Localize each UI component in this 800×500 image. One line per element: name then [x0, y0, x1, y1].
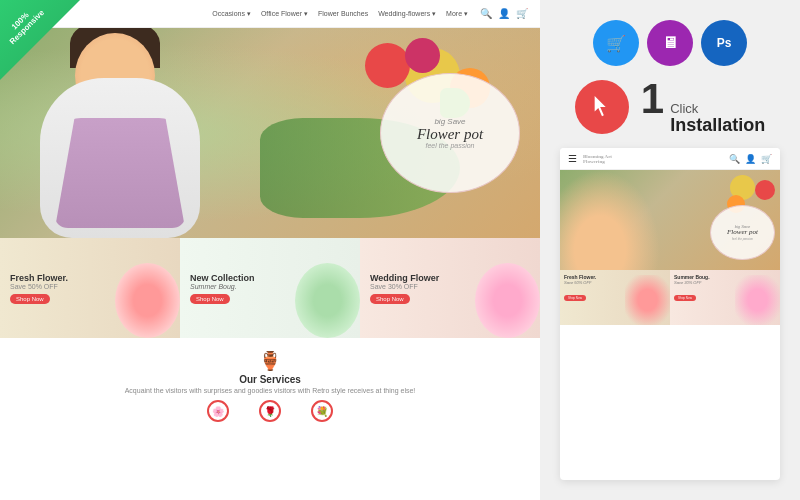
product-flower-2 — [290, 248, 360, 338]
click-installation: 1 Click Installation — [575, 78, 765, 136]
website-preview-panel: 100% Responsive Blooming Art Flowering O… — [0, 0, 540, 500]
services-section: 🏺 Our Services Acquaint the visitors wit… — [0, 338, 540, 418]
flower-blob-3 — [475, 263, 540, 338]
hero-text-box: big Save Flower pot feel the passion — [380, 73, 520, 193]
services-desc: Acquaint the visitors with surprises and… — [20, 387, 520, 394]
mobile-product-tag-2: Save 30% OFF — [674, 280, 710, 285]
site-nav: Blooming Art Flowering Occasions ▾ Offic… — [0, 0, 540, 28]
product-card-3: Wedding Flower Save 30% OFF Shop Now — [360, 238, 540, 338]
service-icon-1: 🌸 — [207, 400, 229, 422]
mobile-product-text-1: Fresh Flower. Save 50% OFF Shop Now — [564, 274, 596, 303]
mobile-logo: Blooming Art Flowering — [583, 154, 612, 164]
mobile-products: Fresh Flower. Save 50% OFF Shop Now Summ… — [560, 270, 780, 325]
hero-main-text: Flower pot — [417, 126, 483, 143]
search-icon[interactable]: 🔍 — [480, 8, 492, 19]
product-flower-3 — [470, 248, 540, 338]
mobile-nav: ☰ Blooming Art Flowering 🔍 👤 🛒 — [560, 148, 780, 170]
nav-links: Occasions ▾ Office Flower ▾ Flower Bunch… — [212, 10, 468, 18]
cart-icon[interactable]: 🛒 — [516, 8, 528, 19]
mobile-cart-icon[interactable]: 🛒 — [761, 154, 772, 164]
mobile-logo-brand: Blooming Art — [583, 154, 612, 159]
product-row: Fresh Flower. Save 50% OFF Shop Now New … — [0, 238, 540, 338]
nav-item-bunches[interactable]: Flower Bunches — [318, 10, 368, 18]
person-apron — [55, 118, 185, 228]
services-main-icon: 🏺 — [20, 350, 520, 372]
flower-red — [365, 43, 410, 88]
nav-item-wedding[interactable]: Wedding-flowers ▾ — [378, 10, 436, 18]
click-label: Click Installation — [670, 102, 765, 136]
click-word: Click — [670, 102, 765, 116]
mobile-product-img-1 — [625, 275, 670, 325]
nav-icons: 🔍 👤 🛒 — [480, 8, 528, 19]
mobile-shop-btn-1[interactable]: Shop Now — [564, 295, 586, 301]
hero-save-text: big Save — [434, 117, 465, 126]
shop-now-btn-2[interactable]: Shop Now — [190, 294, 230, 304]
mobile-hero-feel: feel the passion — [732, 237, 753, 241]
mobile-preview: ☰ Blooming Art Flowering 🔍 👤 🛒 big Save … — [560, 148, 780, 480]
mobile-search-icon[interactable]: 🔍 — [729, 154, 740, 164]
mobile-product-2: Summer Boug. Save 30% OFF Shop Now — [670, 270, 780, 325]
shop-now-btn-3[interactable]: Shop Now — [370, 294, 410, 304]
flower-blob-2 — [295, 263, 360, 338]
click-text-group: 1 Click Installation — [641, 78, 765, 136]
mobile-icons: 🔍 👤 🛒 — [729, 154, 772, 164]
click-number: 1 — [641, 78, 664, 120]
product-card-1: Fresh Flower. Save 50% OFF Shop Now — [0, 238, 180, 338]
responsive-badge: 100% Responsive — [0, 0, 80, 80]
service-item-2: 🌹 — [259, 400, 281, 422]
product-card-2: New Collection Summer Boug. Shop Now — [180, 238, 360, 338]
click-button-icon — [575, 80, 629, 134]
mobile-product-tag-1: Save 50% OFF — [564, 280, 596, 285]
nav-item-more[interactable]: More ▾ — [446, 10, 468, 18]
mobile-hero-textbox: big Save Flower pot feel the passion — [710, 205, 775, 260]
service-item-1: 🌸 — [207, 400, 229, 422]
product-flower-1 — [110, 248, 180, 338]
cart-platform-icon: 🛒 — [593, 20, 639, 66]
services-title: Our Services — [20, 374, 520, 385]
service-icon-2: 🌹 — [259, 400, 281, 422]
mobile-logo-name: Flowering — [583, 159, 612, 164]
mobile-flower-2 — [755, 180, 775, 200]
platform-icons: 🛒 🖥 Ps — [593, 20, 747, 66]
service-icon-3: 💐 — [311, 400, 333, 422]
hamburger-icon[interactable]: ☰ — [568, 153, 577, 164]
shop-now-btn-1[interactable]: Shop Now — [10, 294, 50, 304]
mobile-hero-person — [560, 170, 660, 270]
flower-pink — [405, 38, 440, 73]
ps-label: Ps — [717, 36, 732, 50]
nav-item-office[interactable]: Office Flower ▾ — [261, 10, 308, 18]
hero-section: big Save Flower pot feel the passion — [0, 28, 540, 238]
service-item-3: 💐 — [311, 400, 333, 422]
right-panel: 🛒 🖥 Ps 1 Click Installation ☰ — [540, 0, 800, 500]
mobile-account-icon[interactable]: 👤 — [745, 154, 756, 164]
mobile-shop-btn-2[interactable]: Shop Now — [674, 295, 696, 301]
ps-platform-icon: Ps — [701, 20, 747, 66]
mobile-hero: big Save Flower pot feel the passion — [560, 170, 780, 270]
mobile-product-img-2 — [735, 275, 780, 325]
monitor-platform-icon: 🖥 — [647, 20, 693, 66]
mobile-product-1: Fresh Flower. Save 50% OFF Shop Now — [560, 270, 670, 325]
cursor-icon — [591, 96, 613, 118]
hero-sub-text: feel the passion — [425, 142, 474, 149]
services-icons-row: 🌸 🌹 💐 — [20, 400, 520, 422]
installation-word: Installation — [670, 116, 765, 136]
mobile-hero-pot: Flower pot — [727, 229, 758, 237]
flower-blob-1 — [115, 263, 180, 338]
nav-item-occasions[interactable]: Occasions ▾ — [212, 10, 251, 18]
account-icon[interactable]: 👤 — [498, 8, 510, 19]
mobile-product-text-2: Summer Boug. Save 30% OFF Shop Now — [674, 274, 710, 303]
